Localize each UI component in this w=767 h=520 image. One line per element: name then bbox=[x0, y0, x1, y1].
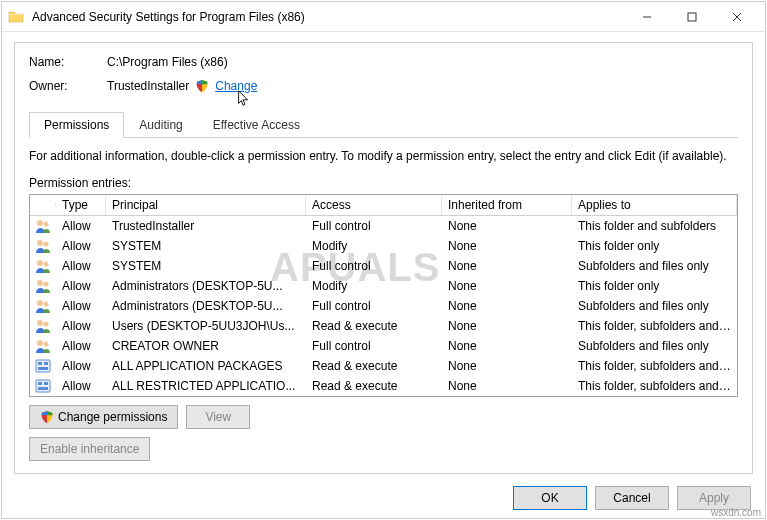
cell-principal: SYSTEM bbox=[106, 236, 306, 256]
cell-applies: Subfolders and files only bbox=[572, 296, 737, 316]
cancel-button[interactable]: Cancel bbox=[595, 486, 669, 510]
table-row[interactable]: AllowUsers (DESKTOP-5UU3JOH\Us...Read & … bbox=[30, 316, 737, 336]
cell-access: Modify bbox=[306, 236, 442, 256]
cell-principal: Administrators (DESKTOP-5U... bbox=[106, 296, 306, 316]
cell-principal: TrustedInstaller bbox=[106, 216, 306, 236]
source-mark: wsxdn.com bbox=[711, 507, 761, 518]
cell-type: Allow bbox=[56, 276, 106, 296]
svg-rect-6 bbox=[688, 13, 696, 21]
cell-applies: This folder, subfolders and files bbox=[572, 376, 737, 396]
cell-access: Modify bbox=[306, 276, 442, 296]
title-bar: Advanced Security Settings for Program F… bbox=[2, 2, 765, 32]
cell-inherited: None bbox=[442, 216, 572, 236]
cell-principal: Users (DESKTOP-5UU3JOH\Us... bbox=[106, 316, 306, 336]
instructions-text: For additional information, double-click… bbox=[29, 148, 738, 164]
ok-button[interactable]: OK bbox=[513, 486, 587, 510]
cell-inherited: None bbox=[442, 296, 572, 316]
cell-inherited: None bbox=[442, 376, 572, 396]
change-permissions-button[interactable]: Change permissions bbox=[29, 405, 178, 429]
people-icon bbox=[35, 238, 51, 254]
cell-applies: This folder only bbox=[572, 276, 737, 296]
col-applies[interactable]: Applies to bbox=[572, 195, 737, 215]
owner-label: Owner: bbox=[29, 77, 107, 95]
tab-auditing[interactable]: Auditing bbox=[124, 112, 197, 138]
people-icon bbox=[35, 298, 51, 314]
maximize-button[interactable] bbox=[669, 3, 714, 31]
grid-header: Type Principal Access Inherited from App… bbox=[30, 195, 737, 216]
cell-type: Allow bbox=[56, 236, 106, 256]
cell-principal: ALL APPLICATION PACKAGES bbox=[106, 356, 306, 376]
package-icon bbox=[35, 378, 51, 394]
cell-inherited: None bbox=[442, 256, 572, 276]
tab-bar: Permissions Auditing Effective Access bbox=[29, 111, 738, 138]
cell-applies: This folder only bbox=[572, 236, 737, 256]
cell-type: Allow bbox=[56, 376, 106, 396]
package-icon bbox=[35, 358, 51, 374]
table-row[interactable]: AllowALL APPLICATION PACKAGESRead & exec… bbox=[30, 356, 737, 376]
col-access[interactable]: Access bbox=[306, 195, 442, 215]
cell-access: Full control bbox=[306, 216, 442, 236]
cell-type: Allow bbox=[56, 336, 106, 356]
people-icon bbox=[35, 318, 51, 334]
cell-inherited: None bbox=[442, 236, 572, 256]
cell-applies: This folder and subfolders bbox=[572, 216, 737, 236]
cell-principal: ALL RESTRICTED APPLICATIO... bbox=[106, 376, 306, 396]
content-frame: Name: C:\Program Files (x86) Owner: Trus… bbox=[14, 42, 753, 474]
table-row[interactable]: AllowSYSTEMModifyNoneThis folder only bbox=[30, 236, 737, 256]
cell-type: Allow bbox=[56, 356, 106, 376]
cell-inherited: None bbox=[442, 356, 572, 376]
permission-grid: Type Principal Access Inherited from App… bbox=[29, 194, 738, 397]
cell-applies: This folder, subfolders and files bbox=[572, 356, 737, 376]
close-button[interactable] bbox=[714, 3, 759, 31]
people-icon bbox=[35, 278, 51, 294]
cell-access: Read & execute bbox=[306, 376, 442, 396]
name-label: Name: bbox=[29, 53, 107, 71]
cell-access: Full control bbox=[306, 296, 442, 316]
cell-access: Read & execute bbox=[306, 316, 442, 336]
cell-principal: SYSTEM bbox=[106, 256, 306, 276]
cell-type: Allow bbox=[56, 296, 106, 316]
table-row[interactable]: AllowCREATOR OWNERFull controlNoneSubfol… bbox=[30, 336, 737, 356]
name-value: C:\Program Files (x86) bbox=[107, 53, 228, 71]
table-row[interactable]: AllowAdministrators (DESKTOP-5U...Modify… bbox=[30, 276, 737, 296]
dialog-footer: OK Cancel Apply bbox=[2, 480, 765, 518]
view-button[interactable]: View bbox=[186, 405, 250, 429]
cell-principal: CREATOR OWNER bbox=[106, 336, 306, 356]
shield-icon bbox=[195, 79, 209, 93]
tab-permissions[interactable]: Permissions bbox=[29, 112, 124, 138]
minimize-button[interactable] bbox=[624, 3, 669, 31]
col-principal[interactable]: Principal bbox=[106, 195, 306, 215]
cell-type: Allow bbox=[56, 216, 106, 236]
people-icon bbox=[35, 338, 51, 354]
entries-label: Permission entries: bbox=[29, 176, 738, 190]
window-frame: Advanced Security Settings for Program F… bbox=[1, 1, 766, 519]
cursor-icon bbox=[235, 89, 253, 107]
cell-principal: Administrators (DESKTOP-5U... bbox=[106, 276, 306, 296]
table-row[interactable]: AllowSYSTEMFull controlNoneSubfolders an… bbox=[30, 256, 737, 276]
cell-type: Allow bbox=[56, 256, 106, 276]
cell-inherited: None bbox=[442, 316, 572, 336]
people-icon bbox=[35, 258, 51, 274]
table-row[interactable]: AllowTrustedInstallerFull controlNoneThi… bbox=[30, 216, 737, 236]
shield-icon bbox=[40, 410, 54, 424]
tab-effective-access[interactable]: Effective Access bbox=[198, 112, 315, 138]
col-inherited[interactable]: Inherited from bbox=[442, 195, 572, 215]
owner-value: TrustedInstaller bbox=[107, 77, 189, 95]
cell-inherited: None bbox=[442, 276, 572, 296]
cell-applies: Subfolders and files only bbox=[572, 256, 737, 276]
enable-inheritance-button[interactable]: Enable inheritance bbox=[29, 437, 150, 461]
cell-access: Full control bbox=[306, 336, 442, 356]
cell-inherited: None bbox=[442, 336, 572, 356]
table-row[interactable]: AllowAdministrators (DESKTOP-5U...Full c… bbox=[30, 296, 737, 316]
people-icon bbox=[35, 218, 51, 234]
table-row[interactable]: AllowALL RESTRICTED APPLICATIO...Read & … bbox=[30, 376, 737, 396]
cell-applies: This folder, subfolders and files bbox=[572, 316, 737, 336]
cell-applies: Subfolders and files only bbox=[572, 336, 737, 356]
window-title: Advanced Security Settings for Program F… bbox=[32, 10, 624, 24]
col-type[interactable]: Type bbox=[56, 195, 106, 215]
cell-access: Read & execute bbox=[306, 356, 442, 376]
cell-access: Full control bbox=[306, 256, 442, 276]
folder-icon bbox=[8, 9, 24, 25]
cell-type: Allow bbox=[56, 316, 106, 336]
